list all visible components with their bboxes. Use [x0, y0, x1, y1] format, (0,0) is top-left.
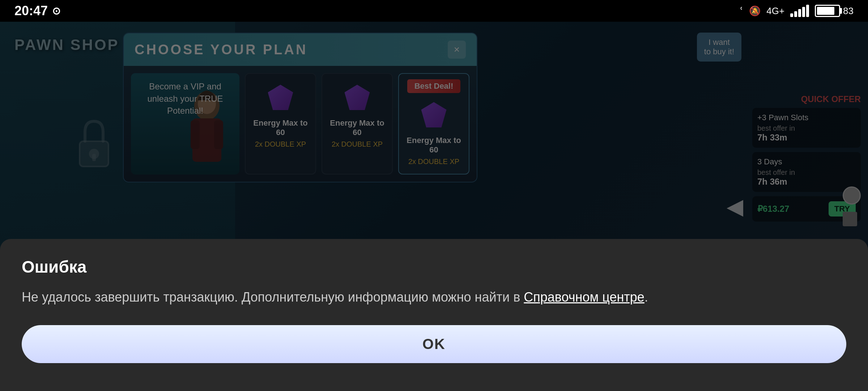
battery-indicator: 83 [815, 5, 854, 17]
network-type: 4G+ [766, 5, 784, 17]
status-bar: 20:47 ⊙ ʿ︎ 🔕 4G+ 83 [0, 0, 868, 22]
status-icons: ʿ︎ 🔕 4G+ 83 [740, 5, 854, 17]
error-body-end: . [644, 290, 648, 304]
battery-box [815, 5, 840, 17]
error-dialog: Ошибка Не удалось завершить транзакцию. … [0, 239, 868, 391]
signal-bars [790, 5, 809, 17]
status-time-area: 20:47 ⊙ [14, 3, 60, 18]
clock-time: 20:47 [14, 3, 48, 18]
ok-button[interactable]: OK [22, 325, 846, 363]
bluetooth-icon: ʿ︎ [740, 5, 743, 17]
battery-percent: 83 [843, 5, 854, 17]
battery-fill [817, 7, 834, 15]
error-body: Не удалось завершить транзакцию. Дополни… [22, 287, 846, 307]
error-help-link[interactable]: Справочном центре [524, 290, 644, 304]
error-title: Ошибка [22, 257, 846, 277]
game-background: PAWN SHOP Rent this slo RENT [0, 22, 868, 391]
error-body-text: Не удалось завершить транзакцию. Дополни… [22, 290, 524, 304]
camera-dot-icon: ⊙ [52, 5, 60, 17]
mute-icon: 🔕 [749, 5, 761, 17]
